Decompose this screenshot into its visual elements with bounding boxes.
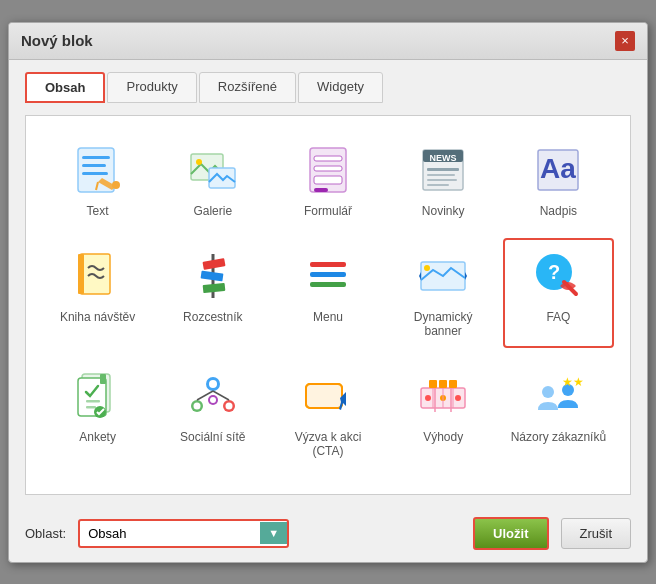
svg-point-60 [425, 395, 431, 401]
new-block-dialog: Nový blok × Obsah Produkty Rozšířené Wid… [8, 22, 648, 563]
icon-formular[interactable]: Formulář [272, 132, 383, 228]
svg-rect-18 [427, 174, 455, 176]
icon-rozcestnik[interactable]: Rozcestník [157, 238, 268, 348]
formular-icon [300, 142, 356, 198]
nadpis-label: Nadpis [540, 204, 577, 218]
icon-text[interactable]: Text [42, 132, 153, 228]
close-button[interactable]: × [615, 31, 635, 51]
icon-novinky[interactable]: NEWS Novinky [388, 132, 499, 228]
svg-rect-40 [86, 400, 100, 403]
icon-socialni-site[interactable]: Sociální sítě [157, 358, 268, 468]
svg-text:?: ? [548, 261, 560, 283]
svg-text:Aa: Aa [540, 153, 576, 184]
svg-point-62 [455, 395, 461, 401]
galerie-label: Galerie [193, 204, 232, 218]
svg-rect-31 [310, 282, 346, 287]
cta-label: Výzva k akci (CTA) [278, 430, 377, 458]
svg-rect-64 [439, 380, 447, 388]
svg-rect-2 [82, 164, 106, 167]
faq-label: FAQ [546, 310, 570, 324]
cancel-button[interactable]: Zrušit [561, 518, 632, 549]
svg-rect-63 [429, 380, 437, 388]
svg-point-53 [210, 397, 216, 403]
svg-rect-27 [200, 270, 223, 281]
rozcestnik-icon [185, 248, 241, 304]
svg-point-45 [209, 380, 217, 388]
novinky-label: Novinky [422, 204, 465, 218]
vyhody-label: Výhody [423, 430, 463, 444]
svg-rect-65 [449, 380, 457, 388]
tab-bar: Obsah Produkty Rozšířené Widgety [25, 72, 631, 103]
svg-rect-20 [427, 184, 449, 186]
icon-nadpis[interactable]: Aa Nadpis [503, 132, 614, 228]
svg-rect-29 [310, 262, 346, 267]
vyhody-icon [415, 368, 471, 424]
tab-produkty[interactable]: Produkty [107, 72, 196, 103]
ankety-icon [70, 368, 126, 424]
dialog-footer: Oblast: Obsah Záhlaví Zápatí Postranní p… [9, 507, 647, 562]
dynamicky-banner-icon [415, 248, 471, 304]
icon-vyhody[interactable]: Výhody [388, 358, 499, 468]
area-select[interactable]: Obsah Záhlaví Zápatí Postranní panel [80, 521, 260, 546]
formular-label: Formulář [304, 204, 352, 218]
svg-point-69 [542, 386, 554, 398]
svg-marker-35 [465, 272, 467, 280]
kniha-navstev-label: Kniha návštěv [60, 310, 135, 324]
tab-widgety[interactable]: Widgety [298, 72, 383, 103]
icon-menu[interactable]: Menu [272, 238, 383, 348]
svg-rect-30 [310, 272, 346, 277]
svg-rect-24 [78, 254, 84, 294]
svg-rect-41 [86, 406, 96, 409]
nazory-label: Názory zákazníků [511, 430, 606, 444]
nazory-icon: ★★ [530, 368, 586, 424]
novinky-icon: NEWS [415, 142, 471, 198]
svg-rect-28 [202, 282, 225, 292]
tab-obsah[interactable]: Obsah [25, 72, 105, 103]
icon-ankety[interactable]: Ankety [42, 358, 153, 468]
svg-rect-17 [427, 168, 459, 171]
faq-icon: ? [530, 248, 586, 304]
nadpis-icon: Aa [530, 142, 586, 198]
menu-icon [300, 248, 356, 304]
svg-rect-3 [82, 172, 108, 175]
svg-rect-42 [100, 374, 106, 384]
kniha-navstev-icon [70, 248, 126, 304]
socialni-site-label: Sociální sítě [180, 430, 245, 444]
text-icon [70, 142, 126, 198]
icon-kniha-navstev[interactable]: Kniha návštěv [42, 238, 153, 348]
content-area: Text Galerie [25, 115, 631, 495]
svg-rect-10 [314, 156, 342, 161]
svg-point-4 [112, 181, 120, 189]
save-button[interactable]: Uložit [473, 517, 548, 550]
icon-dynamicky-banner[interactable]: Dynamický banner [388, 238, 499, 348]
svg-point-47 [193, 402, 200, 409]
dialog-body: Obsah Produkty Rozšířené Widgety [9, 60, 647, 507]
dialog-title: Nový blok [21, 32, 93, 49]
icons-grid: Text Galerie [42, 132, 614, 468]
svg-marker-34 [419, 272, 421, 280]
socialni-site-icon [185, 368, 241, 424]
svg-rect-1 [82, 156, 110, 159]
icon-cta[interactable]: Výzva k akci (CTA) [272, 358, 383, 468]
select-arrow-icon: ▼ [260, 522, 287, 544]
svg-rect-19 [427, 179, 457, 181]
ankety-label: Ankety [79, 430, 116, 444]
dynamicky-banner-label: Dynamický banner [403, 310, 483, 338]
svg-text:NEWS: NEWS [430, 153, 457, 163]
svg-rect-54 [306, 384, 342, 408]
svg-point-7 [196, 159, 202, 165]
svg-point-49 [225, 402, 232, 409]
svg-text:★★: ★★ [562, 375, 584, 389]
text-label: Text [87, 204, 109, 218]
area-label: Oblast: [25, 526, 66, 541]
tab-rozsirene[interactable]: Rozšířené [199, 72, 296, 103]
icon-faq[interactable]: ? FAQ [503, 238, 614, 348]
svg-rect-12 [314, 176, 342, 184]
icon-galerie[interactable]: Galerie [157, 132, 268, 228]
icon-nazory[interactable]: ★★ Názory zákazníků [503, 358, 614, 468]
svg-rect-13 [314, 188, 328, 192]
galerie-icon [185, 142, 241, 198]
cta-icon [300, 368, 356, 424]
svg-rect-11 [314, 166, 342, 171]
area-select-wrapper: Obsah Záhlaví Zápatí Postranní panel ▼ [78, 519, 289, 548]
